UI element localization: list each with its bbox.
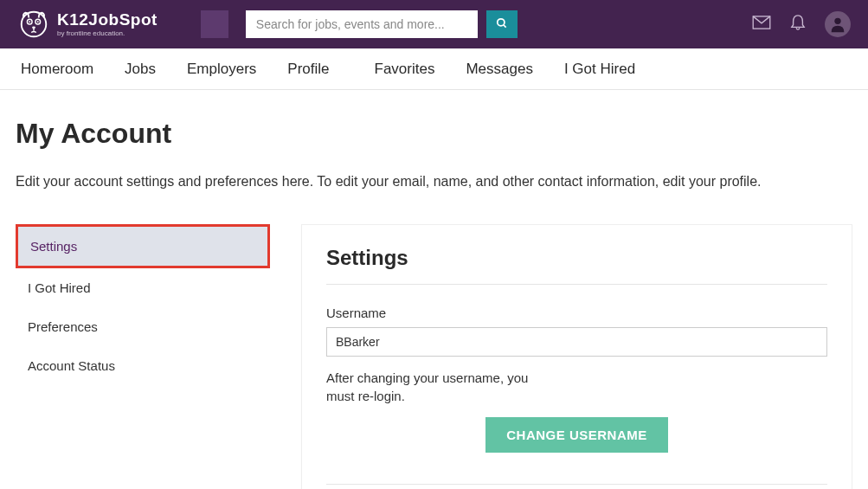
svg-point-4 [37, 21, 39, 23]
nav-employers[interactable]: Employers [187, 61, 256, 78]
sidebar-item-preferences[interactable]: Preferences [16, 307, 270, 346]
svg-line-7 [504, 24, 506, 27]
mail-icon[interactable] [752, 16, 771, 33]
nav-favorites[interactable]: Favorites [375, 61, 435, 78]
logo-text: K12JobSpot by frontline education. [57, 11, 158, 37]
top-header: K12JobSpot by frontline education. [0, 0, 868, 48]
nav-jobs[interactable]: Jobs [125, 61, 156, 78]
page-title: My Account [16, 118, 852, 150]
sidebar-item-settings[interactable]: Settings [16, 224, 270, 268]
search-input[interactable] [246, 10, 478, 38]
page-description: Edit your account settings and preferenc… [16, 174, 852, 190]
change-username-button[interactable]: CHANGE USERNAME [485, 417, 668, 453]
logo[interactable]: K12JobSpot by frontline education. [17, 8, 158, 41]
nav-bar: Homeroom Jobs Employers Profile Favorite… [0, 48, 868, 90]
content: My Account Edit your account settings an… [0, 90, 868, 489]
username-label: Username [326, 306, 827, 320]
sidebar: Settings I Got Hired Preferences Account… [16, 224, 270, 489]
avatar[interactable] [825, 11, 851, 37]
main-layout: Settings I Got Hired Preferences Account… [16, 224, 852, 489]
header-icons [752, 11, 851, 37]
nav-profile[interactable]: Profile [287, 61, 329, 78]
logo-subtitle: by frontline education. [57, 29, 158, 37]
search-container [246, 10, 518, 38]
nav-messages[interactable]: Messages [466, 61, 532, 78]
username-hint: After changing your username, you must r… [326, 369, 560, 405]
search-button[interactable] [486, 10, 518, 38]
bell-icon[interactable] [790, 14, 806, 35]
settings-panel: Settings Username After changing your us… [301, 224, 852, 489]
panel-title: Settings [326, 246, 827, 285]
nav-homeroom[interactable]: Homeroom [21, 61, 93, 78]
nav-i-got-hired[interactable]: I Got Hired [564, 61, 635, 78]
panel-divider [326, 484, 827, 485]
svg-point-6 [498, 18, 505, 25]
username-input[interactable] [326, 327, 827, 357]
dog-logo-icon [17, 8, 50, 41]
header-square[interactable] [201, 10, 228, 38]
svg-point-3 [29, 21, 30, 23]
sidebar-item-account-status[interactable]: Account Status [16, 346, 270, 385]
search-icon [496, 17, 508, 32]
sidebar-item-i-got-hired[interactable]: I Got Hired [16, 268, 270, 307]
svg-point-0 [22, 12, 47, 37]
svg-point-9 [834, 18, 840, 24]
logo-title: K12JobSpot [57, 11, 158, 28]
